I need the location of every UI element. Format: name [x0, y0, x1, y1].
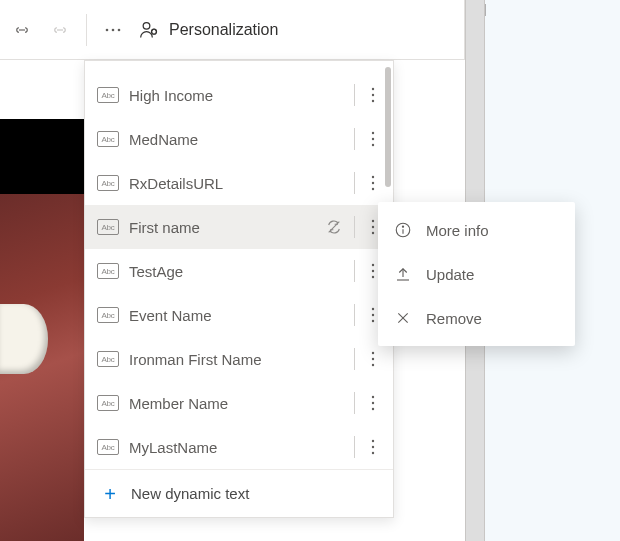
svg-point-5 [372, 88, 374, 90]
close-icon [394, 310, 412, 326]
row-divider [354, 392, 355, 414]
svg-point-6 [372, 94, 374, 96]
menu-item-label: Remove [426, 310, 482, 327]
more-actions-button[interactable] [95, 12, 131, 48]
menu-item-update[interactable]: Update [378, 252, 575, 296]
panel-title: Personalization [169, 21, 278, 39]
menu-item-label: Update [426, 266, 474, 283]
link-secondary-button[interactable] [42, 12, 78, 48]
field-label: Event Name [129, 307, 348, 324]
svg-point-10 [372, 144, 374, 146]
svg-point-26 [372, 364, 374, 366]
field-row-testage[interactable]: Abc TestAge [85, 249, 393, 293]
personalization-fields-panel: Abc High Income Abc MedName Abc RxDetail… [84, 60, 394, 518]
field-more-button[interactable] [361, 429, 385, 465]
field-more-button[interactable] [361, 77, 385, 113]
field-row-event-name[interactable]: Abc Event Name [85, 293, 393, 337]
field-label: First name [129, 219, 324, 236]
row-divider [354, 436, 355, 458]
svg-point-30 [372, 440, 374, 442]
upload-icon [394, 265, 412, 283]
text-type-icon: Abc [97, 439, 119, 455]
field-list: Abc High Income Abc MedName Abc RxDetail… [85, 61, 393, 469]
email-background-image [0, 119, 84, 541]
menu-item-remove[interactable]: Remove [378, 296, 575, 340]
svg-point-12 [372, 182, 374, 184]
text-type-icon: Abc [97, 395, 119, 411]
svg-point-0 [106, 28, 109, 31]
svg-point-1 [112, 28, 115, 31]
row-divider [354, 216, 355, 238]
text-type-icon: Abc [97, 219, 119, 235]
field-label: TestAge [129, 263, 348, 280]
svg-point-35 [402, 226, 403, 227]
row-divider [354, 172, 355, 194]
field-label: High Income [129, 87, 348, 104]
new-dynamic-text-label: New dynamic text [131, 485, 249, 502]
field-label: MedName [129, 131, 348, 148]
row-divider [354, 260, 355, 282]
svg-point-24 [372, 352, 374, 354]
plus-icon: + [101, 484, 119, 504]
svg-point-15 [372, 220, 374, 222]
field-context-menu: More info Update Remove [378, 202, 575, 346]
field-row-first-name[interactable]: Abc First name [85, 205, 393, 249]
svg-point-7 [372, 100, 374, 102]
svg-point-16 [372, 226, 374, 228]
new-dynamic-text-button[interactable]: + New dynamic text [85, 469, 393, 517]
field-more-button[interactable] [361, 165, 385, 201]
svg-point-25 [372, 358, 374, 360]
text-type-icon: Abc [97, 307, 119, 323]
text-type-icon: Abc [97, 263, 119, 279]
menu-item-more-info[interactable]: More info [378, 208, 575, 252]
field-row-high-income[interactable]: Abc High Income [85, 73, 393, 117]
svg-point-3 [143, 22, 150, 29]
svg-point-18 [372, 264, 374, 266]
svg-point-9 [372, 138, 374, 140]
field-row-member-name[interactable]: Abc Member Name [85, 381, 393, 425]
sync-disabled-icon [324, 219, 344, 235]
svg-point-19 [372, 270, 374, 272]
field-more-button[interactable] [361, 341, 385, 377]
text-type-icon: Abc [97, 87, 119, 103]
field-row-medname[interactable]: Abc MedName [85, 117, 393, 161]
field-label: Member Name [129, 395, 348, 412]
svg-point-13 [372, 188, 374, 190]
field-row-ironman-first-name[interactable]: Abc Ironman First Name [85, 337, 393, 381]
row-divider [354, 304, 355, 326]
text-type-icon: Abc [97, 131, 119, 147]
scrollbar-thumb[interactable] [385, 67, 391, 187]
svg-point-21 [372, 308, 374, 310]
toolbar-divider [86, 14, 87, 46]
svg-point-11 [372, 176, 374, 178]
svg-point-23 [372, 320, 374, 322]
toolbar: Personalization [0, 0, 465, 60]
text-type-icon: Abc [97, 175, 119, 191]
row-divider [354, 128, 355, 150]
link-button[interactable] [4, 12, 40, 48]
field-label: Ironman First Name [129, 351, 348, 368]
svg-point-31 [372, 446, 374, 448]
text-type-icon: Abc [97, 351, 119, 367]
row-divider [354, 84, 355, 106]
field-row-mylastname[interactable]: Abc MyLastName [85, 425, 393, 469]
field-label: MyLastName [129, 439, 348, 456]
svg-point-22 [372, 314, 374, 316]
info-icon [394, 221, 412, 239]
svg-point-29 [372, 408, 374, 410]
svg-point-17 [372, 232, 374, 234]
personalization-icon [139, 20, 159, 40]
svg-point-32 [372, 452, 374, 454]
row-divider [354, 348, 355, 370]
svg-point-27 [372, 396, 374, 398]
svg-point-2 [118, 28, 121, 31]
svg-point-28 [372, 402, 374, 404]
svg-point-20 [372, 276, 374, 278]
menu-item-label: More info [426, 222, 489, 239]
field-label: RxDetailsURL [129, 175, 348, 192]
svg-point-8 [372, 132, 374, 134]
field-more-button[interactable] [361, 385, 385, 421]
field-more-button[interactable] [361, 121, 385, 157]
field-row-rxdetailsurl[interactable]: Abc RxDetailsURL [85, 161, 393, 205]
personalization-panel-label[interactable]: Personalization [133, 20, 278, 40]
